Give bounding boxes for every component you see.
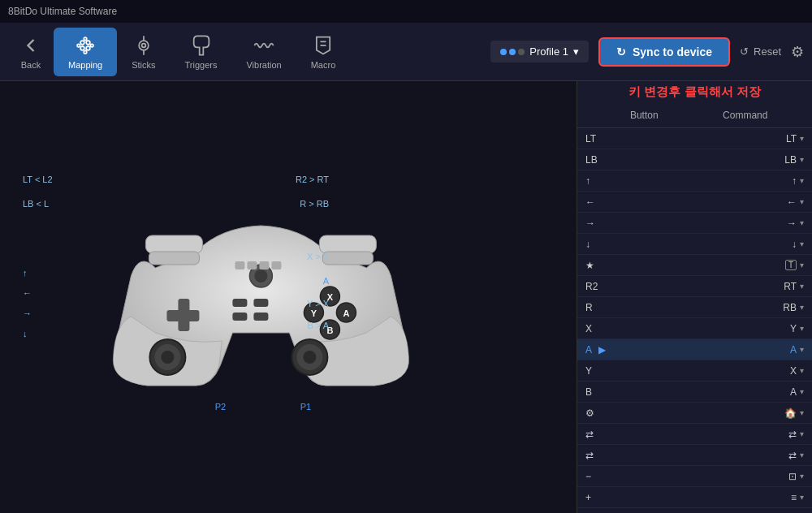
nav-macro[interactable]: Macro (296, 28, 351, 76)
table-row[interactable]: X Y▾ (577, 318, 812, 339)
panel-header: Button Command (577, 103, 812, 128)
svg-point-8 (139, 41, 149, 50)
svg-rect-37 (319, 235, 376, 253)
btn-up: ↑ (585, 175, 695, 187)
profile-selector[interactable]: Profile 1 ▾ (490, 41, 589, 63)
svg-rect-42 (259, 261, 269, 269)
table-row[interactable]: ★ T▾ (577, 255, 812, 276)
table-row[interactable]: Y X▾ (577, 360, 812, 382)
table-row[interactable]: P1▶ ⊡▾ (577, 508, 812, 513)
command-col-header: Command (695, 110, 797, 121)
svg-point-6 (77, 44, 80, 47)
table-row[interactable]: ⇄ ⇄▾ (577, 424, 812, 445)
svg-text:Y: Y (311, 308, 317, 318)
btn-r2: R2 (585, 281, 695, 292)
title-bar: 8BitDo Ultimate Software (0, 0, 812, 23)
r2-rt-label: R2 > RT (296, 175, 329, 184)
back-label: Back (21, 60, 41, 70)
nav-right: Profile 1 ▾ ↻ Sync to device ↺ Reset ⚙ (490, 37, 804, 67)
table-row[interactable]: ⇄ ⇄▾ (577, 445, 812, 466)
svg-point-35 (254, 269, 267, 282)
annotation-text: 키 변경후 클릭해서 저장 (577, 81, 812, 103)
cmd-down: ↓▾ (695, 239, 805, 250)
btn-swap1: ⇄ (585, 429, 695, 440)
table-row[interactable]: B A▾ (577, 382, 812, 403)
btn-star: ★ (585, 260, 695, 271)
cmd-right: →▾ (695, 218, 805, 229)
nav-vibration[interactable]: Vibration (231, 28, 296, 76)
settings-button[interactable]: ⚙ (791, 43, 804, 61)
btn-b: B (585, 386, 695, 398)
profile-dots (500, 49, 525, 55)
btn-right: → (585, 218, 695, 229)
left-down-label: ↓ (23, 329, 28, 338)
table-row[interactable]: − ⊡▾ (577, 466, 812, 487)
sync-label: Sync to device (633, 45, 712, 58)
nav-triggers[interactable]: Triggers (171, 28, 232, 76)
svg-rect-32 (232, 313, 247, 321)
svg-point-18 (161, 351, 174, 364)
dot-3 (518, 49, 525, 55)
svg-rect-36 (145, 235, 202, 253)
nav-bar: Back Mapping Sticks Triggers Vibration (0, 23, 812, 81)
cmd-a: A▾ (695, 344, 805, 356)
table-row[interactable]: ← ←▾ (577, 192, 812, 213)
table-row[interactable]: + ≡▾ (577, 487, 812, 508)
sync-icon: ↻ (616, 45, 626, 58)
left-up-label: ↑ (23, 268, 28, 278)
nav-sticks[interactable]: Sticks (117, 28, 170, 76)
btn-r: R (585, 302, 695, 313)
svg-point-9 (142, 43, 146, 47)
cmd-minus: ⊡▾ (695, 471, 805, 482)
table-row[interactable]: ↑ ↑▾ (577, 170, 812, 192)
mapping-list: LT LT▾ LB LB▾ ↑ ↑▾ ← ←▾ → →▾ (577, 128, 812, 513)
reset-label: Reset (754, 45, 781, 58)
table-row[interactable]: ⚙ 🏠▾ (577, 403, 812, 424)
table-row[interactable]: LT LT▾ (577, 128, 812, 149)
right-panel: 키 변경후 클릭해서 저장 Button Command LT LT▾ LB L… (577, 81, 812, 513)
dot-2 (509, 49, 516, 55)
svg-point-0 (80, 41, 84, 45)
y-x-label: Y > X (307, 299, 329, 308)
cmd-up: ↑▾ (695, 175, 805, 187)
back-button[interactable]: Back (8, 28, 54, 76)
reset-icon: ↺ (740, 45, 749, 58)
cmd-y: X▾ (695, 365, 805, 377)
svg-point-4 (84, 37, 87, 41)
cmd-lb: LB▾ (695, 154, 805, 166)
table-row[interactable]: R RB▾ (577, 297, 812, 318)
table-row[interactable]: LB LB▾ (577, 149, 812, 170)
controller-area: X Y A B (0, 81, 577, 513)
a-label: A (323, 276, 329, 286)
reset-button[interactable]: ↺ Reset (740, 45, 781, 58)
table-row-highlighted[interactable]: A▶ A▾ (577, 339, 812, 360)
lb-l-label: LB < L (23, 199, 49, 209)
svg-rect-30 (232, 299, 247, 307)
btn-lt: LT (585, 133, 695, 144)
svg-rect-33 (253, 313, 268, 321)
gear-icon: ⚙ (791, 44, 804, 60)
cmd-lt: LT▾ (695, 133, 805, 144)
svg-point-7 (91, 44, 94, 47)
btn-lb: LB (585, 154, 695, 166)
table-row[interactable]: → →▾ (577, 213, 812, 234)
svg-text:P1: P1 (300, 402, 311, 412)
svg-rect-41 (247, 261, 257, 269)
nav-mapping[interactable]: Mapping (54, 28, 117, 76)
controller-diagram: X Y A B (8, 89, 568, 505)
table-row[interactable]: ↓ ↓▾ (577, 234, 812, 255)
svg-rect-43 (271, 261, 281, 269)
main-content: X Y A B (0, 81, 812, 513)
nav-mapping-label: Mapping (68, 60, 102, 70)
lt-l2-label: LT < L2 (23, 175, 53, 184)
b-a-label: B > A (307, 321, 329, 330)
btn-gear: ⚙ (585, 407, 695, 419)
svg-rect-31 (253, 299, 268, 307)
svg-point-5 (84, 50, 87, 54)
btn-left: ← (585, 196, 695, 208)
sync-button[interactable]: ↻ Sync to device (598, 37, 730, 67)
svg-point-2 (80, 46, 84, 50)
table-row[interactable]: R2 RT▾ (577, 276, 812, 297)
cmd-r2: RT▾ (695, 281, 805, 292)
svg-rect-39 (322, 252, 373, 265)
